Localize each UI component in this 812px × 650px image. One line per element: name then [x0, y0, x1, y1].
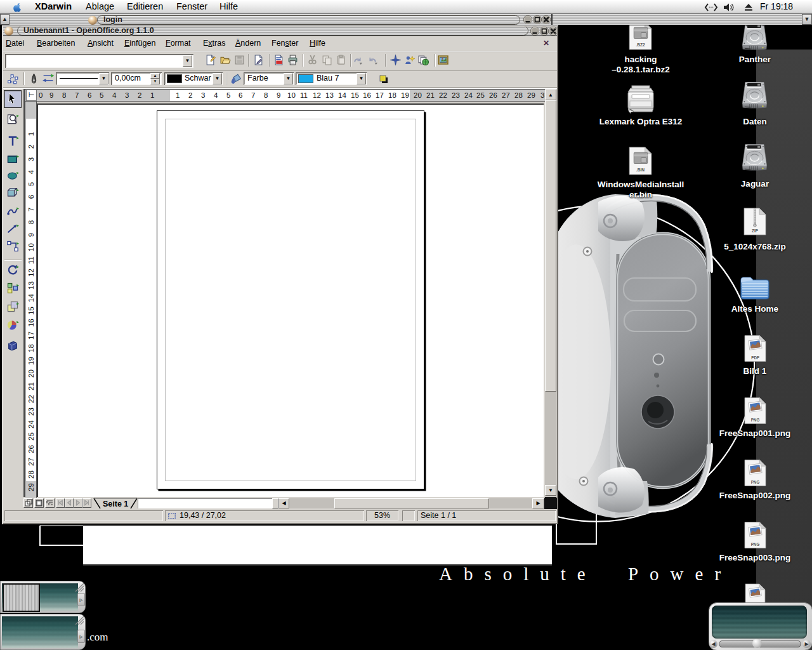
- svg-text:.BZ2: .BZ2: [636, 43, 645, 47]
- svg-text:ZIP: ZIP: [752, 229, 759, 233]
- svg-text:.BIN: .BIN: [636, 168, 645, 172]
- svg-text:Seite 1: Seite 1: [103, 500, 128, 508]
- svg-text:PDF: PDF: [751, 355, 759, 360]
- svg-text:PNG: PNG: [751, 542, 760, 547]
- svg-text:PNG: PNG: [751, 480, 760, 484]
- svg-text:PNG: PNG: [751, 418, 760, 422]
